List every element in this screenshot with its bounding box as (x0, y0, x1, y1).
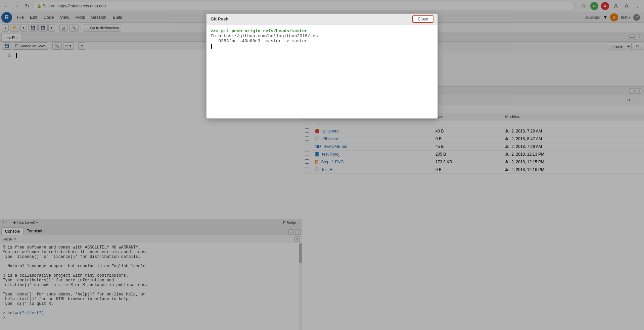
git-output-line-2: 9353fbe..40a88c3 master -> master (211, 39, 433, 44)
modal-title: Git Push (211, 16, 412, 21)
modal-content: >>> git push origin refs/heads/master To… (206, 24, 438, 118)
modal-cursor (211, 44, 212, 49)
git-cmd-output: >>> git push origin refs/heads/master To… (211, 29, 433, 49)
modal-header: Git Push Close (206, 14, 438, 24)
modal-close-btn[interactable]: Close (412, 15, 433, 23)
git-push-cmd-line: >>> git push origin refs/heads/master (211, 29, 433, 34)
modal-overlay: Git Push Close >>> git push origin refs/… (0, 0, 644, 330)
git-push-modal: Git Push Close >>> git push origin refs/… (206, 13, 438, 119)
git-output-line-1: To https://github.com/hellogithub2018/te… (211, 34, 433, 39)
